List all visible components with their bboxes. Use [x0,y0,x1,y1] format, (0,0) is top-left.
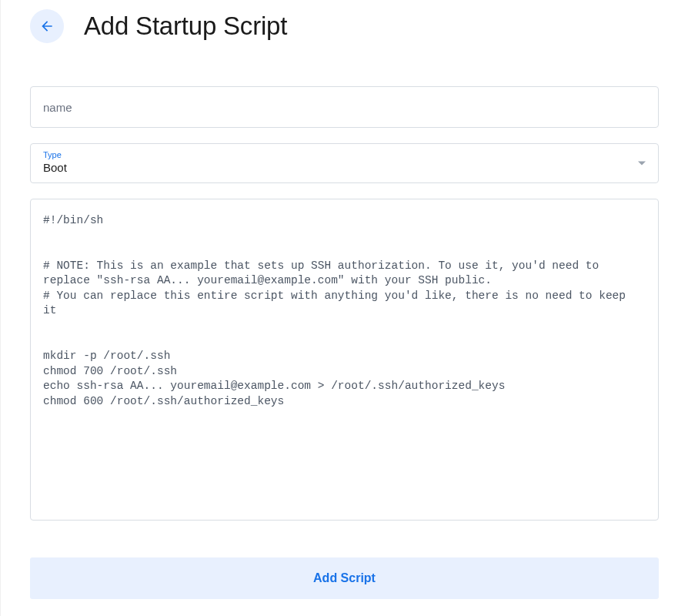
type-value: Boot [43,161,67,174]
chevron-down-icon [638,162,646,166]
page-title: Add Startup Script [84,12,287,41]
name-field [30,86,659,128]
page-header: Add Startup Script [30,9,659,43]
type-label: Type [43,150,646,159]
script-textarea[interactable] [30,199,659,521]
name-input[interactable] [30,86,659,128]
type-select[interactable]: Type Boot [30,143,659,183]
script-field [30,199,659,524]
back-button[interactable] [30,9,64,43]
arrow-left-icon [39,18,55,34]
type-field-wrap: Type Boot [30,143,659,183]
add-script-button[interactable]: Add Script [30,557,659,599]
